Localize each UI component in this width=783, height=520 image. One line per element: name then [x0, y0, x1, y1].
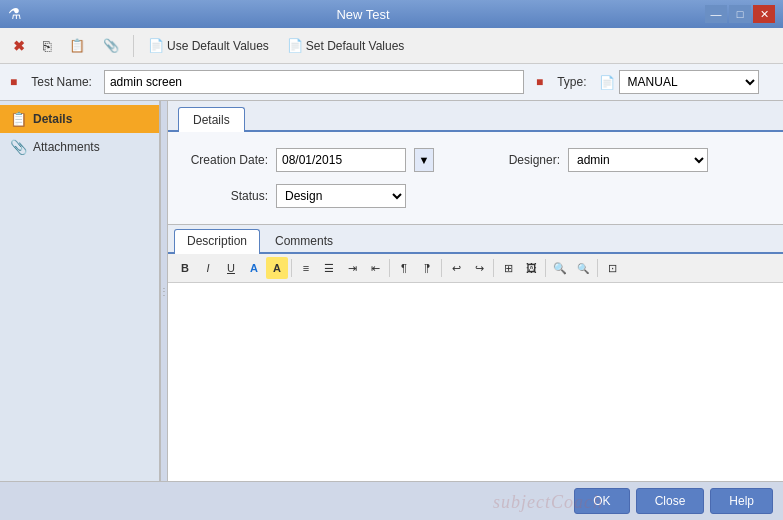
- rte-content-area[interactable]: [168, 283, 783, 481]
- rte-sep-3: [441, 259, 442, 277]
- desc-tab-bar: Description Comments: [168, 225, 783, 254]
- rte-indent-button[interactable]: ⇥: [341, 257, 363, 279]
- font-color-icon: A: [250, 262, 258, 274]
- sidebar: 📋 Details 📎 Attachments: [0, 101, 160, 481]
- outdent-icon: ⇤: [371, 262, 380, 275]
- ul-icon: ☰: [324, 262, 334, 275]
- redo-icon: ↪: [475, 262, 484, 275]
- creation-date-field: Creation Date: ▼: [188, 148, 434, 172]
- tab-details-label: Details: [193, 113, 230, 127]
- sidebar-details-label: Details: [33, 112, 72, 126]
- underline-icon: U: [227, 262, 235, 274]
- rte-undo-button[interactable]: ↩: [445, 257, 467, 279]
- rte-sep-6: [597, 259, 598, 277]
- zoom-in-icon: 🔍: [553, 262, 567, 275]
- bottom-bar: subjectCoach OK Close Help: [0, 481, 783, 519]
- attachments-icon: 📎: [10, 139, 27, 155]
- designer-label: Designer:: [480, 153, 560, 167]
- sidebar-attachments-label: Attachments: [33, 140, 100, 154]
- minimize-button[interactable]: —: [705, 5, 727, 23]
- rte-sep-1: [291, 259, 292, 277]
- type-icon: 📄: [599, 75, 615, 90]
- close-button[interactable]: Close: [636, 488, 705, 514]
- rte-sep-2: [389, 259, 390, 277]
- rte-font-color-button[interactable]: A: [243, 257, 265, 279]
- attach-button[interactable]: 📎: [96, 34, 126, 57]
- sidebar-item-details[interactable]: 📋 Details: [0, 105, 159, 133]
- form-row-status: Status: Design Review Active Obsolete: [188, 184, 763, 208]
- designer-select[interactable]: admin user1: [568, 148, 708, 172]
- rte-bold-button[interactable]: B: [174, 257, 196, 279]
- tab-description[interactable]: Description: [174, 229, 260, 254]
- attach-icon: 📎: [103, 38, 119, 53]
- tab-comments-label: Comments: [275, 234, 333, 248]
- splitter-handle[interactable]: ⋮: [160, 101, 168, 481]
- image-icon: 🖼: [526, 262, 537, 274]
- rte-sep-4: [493, 259, 494, 277]
- paste-button[interactable]: 📋: [62, 34, 92, 57]
- app-icon: ⚗: [8, 5, 21, 23]
- use-default-label: Use Default Values: [167, 39, 269, 53]
- rte-ol-button[interactable]: ≡: [295, 257, 317, 279]
- main-tab-bar: Details: [168, 101, 783, 132]
- fullscreen-icon: ⊡: [608, 262, 617, 275]
- main-content: 📋 Details 📎 Attachments ⋮ Details Creati…: [0, 101, 783, 481]
- rte-para-button[interactable]: ¶: [393, 257, 415, 279]
- content-panel: Details Creation Date: ▼ Designer: admin…: [168, 101, 783, 481]
- italic-icon: I: [206, 262, 209, 274]
- delete-button[interactable]: ✖: [6, 34, 32, 58]
- tab-details[interactable]: Details: [178, 107, 245, 132]
- rte-image-button[interactable]: 🖼: [520, 257, 542, 279]
- status-select[interactable]: Design Review Active Obsolete: [276, 184, 406, 208]
- para-icon: ¶: [401, 262, 407, 274]
- rte-fullscreen-button[interactable]: ⊡: [601, 257, 623, 279]
- toolbar-separator: [133, 35, 134, 57]
- rte-table-button[interactable]: ⊞: [497, 257, 519, 279]
- set-default-label: Set Default Values: [306, 39, 405, 53]
- type-required-marker: ■: [536, 75, 543, 89]
- use-default-values-button[interactable]: 📄 Use Default Values: [141, 34, 276, 57]
- rte-sep-5: [545, 259, 546, 277]
- rte-ul-button[interactable]: ☰: [318, 257, 340, 279]
- date-picker-button[interactable]: ▼: [414, 148, 434, 172]
- delete-icon: ✖: [13, 38, 25, 54]
- undo-icon: ↩: [452, 262, 461, 275]
- rte-zoom-out-button[interactable]: 🔍: [572, 257, 594, 279]
- maximize-button[interactable]: □: [729, 5, 751, 23]
- details-icon: 📋: [10, 111, 27, 127]
- description-section: Description Comments B I U A A ≡ ☰ ⇥ ⇤ ¶: [168, 224, 783, 481]
- title-bar: ⚗ New Test — □ ✕: [0, 0, 783, 28]
- set-default-values-button[interactable]: 📄 Set Default Values: [280, 34, 412, 57]
- rte-toolbar: B I U A A ≡ ☰ ⇥ ⇤ ¶ ¶ ↩ ↪ ⊞ 🖼 🔍: [168, 254, 783, 283]
- main-toolbar: ✖ ⎘ 📋 📎 📄 Use Default Values 📄 Set Defau…: [0, 28, 783, 64]
- creation-date-label: Creation Date:: [188, 153, 268, 167]
- rte-italic-button[interactable]: I: [197, 257, 219, 279]
- rte-underline-button[interactable]: U: [220, 257, 242, 279]
- copy-button[interactable]: ⎘: [36, 34, 58, 58]
- test-name-label: Test Name:: [31, 75, 92, 89]
- rte-highlight-button[interactable]: A: [266, 257, 288, 279]
- window-title: New Test: [21, 7, 705, 22]
- details-form: Creation Date: ▼ Designer: admin user1 S…: [168, 132, 783, 224]
- ok-button[interactable]: OK: [574, 488, 629, 514]
- set-default-icon: 📄: [287, 38, 303, 53]
- window-close-button[interactable]: ✕: [753, 5, 775, 23]
- rte-rtl-button[interactable]: ¶: [416, 257, 438, 279]
- rte-zoom-in-button[interactable]: 🔍: [549, 257, 571, 279]
- window-controls: — □ ✕: [705, 5, 775, 23]
- ol-icon: ≡: [303, 262, 309, 274]
- test-header-form: ■ Test Name: ■ Type: 📄 MANUAL AUTOMATED: [0, 64, 783, 101]
- indent-icon: ⇥: [348, 262, 357, 275]
- rte-redo-button[interactable]: ↪: [468, 257, 490, 279]
- rte-outdent-button[interactable]: ⇤: [364, 257, 386, 279]
- test-name-required-marker: ■: [10, 75, 17, 89]
- test-name-input[interactable]: [104, 70, 524, 94]
- table-icon: ⊞: [504, 262, 513, 275]
- type-select[interactable]: MANUAL AUTOMATED: [619, 70, 759, 94]
- creation-date-input[interactable]: [276, 148, 406, 172]
- sidebar-item-attachments[interactable]: 📎 Attachments: [0, 133, 159, 161]
- designer-field: Designer: admin user1: [480, 148, 708, 172]
- tab-comments[interactable]: Comments: [262, 229, 346, 252]
- help-button[interactable]: Help: [710, 488, 773, 514]
- copy-icon: ⎘: [43, 38, 51, 54]
